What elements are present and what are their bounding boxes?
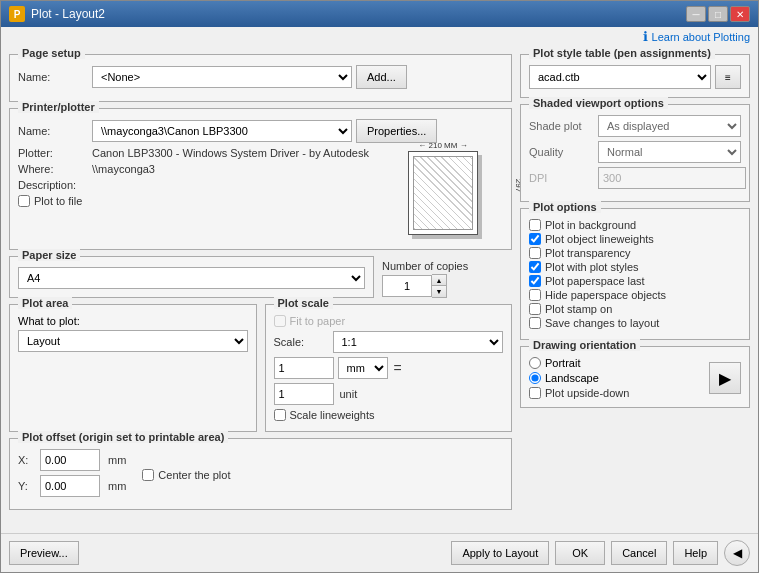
printer-name-row: Name: \\mayconga3\Canon LBP3300 Properti… <box>18 119 503 143</box>
quality-row: Quality Normal <box>529 141 741 163</box>
scale-row: Scale: 1:1 <box>274 331 504 353</box>
portrait-radio[interactable] <box>529 357 541 369</box>
plot-style-table-title: Plot style table (pen assignments) <box>529 47 715 59</box>
back-button[interactable]: ◀ <box>724 540 750 566</box>
x-offset-row: X: 0.00 mm <box>18 449 126 471</box>
upside-down-label: Plot upside-down <box>545 387 629 399</box>
maximize-button[interactable]: □ <box>708 6 728 22</box>
scale-select[interactable]: 1:1 <box>333 331 504 353</box>
shade-plot-row: Shade plot As displayed <box>529 115 741 137</box>
hide-paperspace-label: Hide paperspace objects <box>545 289 666 301</box>
drawing-orientation-section: Drawing orientation Portrait Landscape <box>520 346 750 408</box>
paperspace-last-checkbox[interactable] <box>529 275 541 287</box>
printer-name-label: Name: <box>18 125 88 137</box>
plot-transparency-checkbox[interactable] <box>529 247 541 259</box>
y-input[interactable]: 0.00 <box>40 475 100 497</box>
main-window: P Plot - Layout2 ─ □ ✕ ℹ Learn about Plo… <box>0 0 759 573</box>
dpi-label: DPI <box>529 172 594 184</box>
plot-style-table-section: Plot style table (pen assignments) acad.… <box>520 54 750 98</box>
help-button[interactable]: Help <box>673 541 718 565</box>
save-changes-label: Save changes to layout <box>545 317 659 329</box>
plot-stamp-checkbox[interactable] <box>529 303 541 315</box>
scale-value1[interactable]: 1 <box>274 357 334 379</box>
edit-style-button[interactable]: ≡ <box>715 65 741 89</box>
main-content: Page setup Name: <None> Add... Printer/p… <box>1 46 758 533</box>
plot-to-file-checkbox[interactable] <box>18 195 30 207</box>
paper-size-select[interactable]: A4 <box>18 267 365 289</box>
x-label: X: <box>18 454 34 466</box>
preview-button[interactable]: Preview... <box>9 541 79 565</box>
quality-label: Quality <box>529 146 594 158</box>
copies-down-button[interactable]: ▼ <box>432 286 446 297</box>
page-setup-section: Page setup Name: <None> Add... <box>9 54 512 102</box>
paper-size-title: Paper size <box>18 249 80 261</box>
save-changes-checkbox[interactable] <box>529 317 541 329</box>
plot-area-title: Plot area <box>18 297 72 309</box>
info-icon: ℹ <box>643 29 648 44</box>
properties-button[interactable]: Properties... <box>356 119 437 143</box>
scale-label: Scale: <box>274 336 329 348</box>
upside-down-checkbox[interactable] <box>529 387 541 399</box>
where-label: Where: <box>18 163 88 175</box>
eq-label: = <box>394 360 402 376</box>
plot-options-title: Plot options <box>529 201 601 213</box>
scale-value2[interactable]: 1 <box>274 383 334 405</box>
landscape-icon-button[interactable]: ▶ <box>709 362 741 394</box>
unit-mm-select[interactable]: mm <box>338 357 388 379</box>
fit-to-paper-row: Fit to paper <box>274 315 504 327</box>
copies-up-button[interactable]: ▲ <box>432 275 446 286</box>
plot-lineweights-checkbox[interactable] <box>529 233 541 245</box>
paper-outer <box>408 151 478 235</box>
ok-button[interactable]: OK <box>555 541 605 565</box>
name-label: Name: <box>18 71 88 83</box>
description-row: Description: <box>18 179 400 191</box>
printer-name-select[interactable]: \\mayconga3\Canon LBP3300 <box>92 120 352 142</box>
scale-unit-row: 1 unit <box>274 383 504 405</box>
where-row: Where: \\mayconga3 <box>18 163 400 175</box>
hide-paperspace-checkbox[interactable] <box>529 289 541 301</box>
shaded-viewport-title: Shaded viewport options <box>529 97 668 109</box>
landscape-radio[interactable] <box>529 372 541 384</box>
paperspace-last-label: Plot paperspace last <box>545 275 645 287</box>
cancel-button[interactable]: Cancel <box>611 541 667 565</box>
plot-to-file-row: Plot to file <box>18 195 400 207</box>
landscape-label: Landscape <box>545 372 599 384</box>
description-label: Description: <box>18 179 88 191</box>
shaded-viewport-section: Shaded viewport options Shade plot As di… <box>520 104 750 202</box>
opt-paperspace-last: Plot paperspace last <box>529 275 741 287</box>
quality-select[interactable]: Normal <box>598 141 741 163</box>
drawing-orientation-title: Drawing orientation <box>529 339 640 351</box>
close-button[interactable]: ✕ <box>730 6 750 22</box>
plot-scale-title: Plot scale <box>274 297 333 309</box>
scale-lineweights-label: Scale lineweights <box>290 409 375 421</box>
center-plot-checkbox[interactable] <box>142 469 154 481</box>
what-to-plot-select[interactable]: Layout <box>18 330 248 352</box>
learn-about-plotting-link[interactable]: Learn about Plotting <box>652 31 750 43</box>
plot-background-checkbox[interactable] <box>529 219 541 231</box>
copies-label: Number of copies <box>382 260 512 272</box>
opt-save-changes: Save changes to layout <box>529 317 741 329</box>
y-label: Y: <box>18 480 34 492</box>
add-button[interactable]: Add... <box>356 65 407 89</box>
plot-lineweights-label: Plot object lineweights <box>545 233 654 245</box>
page-setup-name-select[interactable]: <None> <box>92 66 352 88</box>
portrait-label: Portrait <box>545 357 580 369</box>
plot-style-select[interactable]: acad.ctb <box>529 65 711 89</box>
shade-plot-select[interactable]: As displayed <box>598 115 741 137</box>
plot-styles-label: Plot with plot styles <box>545 261 639 273</box>
fit-to-paper-checkbox[interactable] <box>274 315 286 327</box>
copies-input[interactable]: 1 <box>382 275 432 297</box>
plotter-label: Plotter: <box>18 147 88 159</box>
plot-styles-checkbox[interactable] <box>529 261 541 273</box>
copies-spinner: ▲ ▼ <box>432 274 447 298</box>
scale-lineweights-checkbox[interactable] <box>274 409 286 421</box>
paper-dim-top: ← 210 MM → <box>408 141 478 150</box>
apply-to-layout-button[interactable]: Apply to Layout <box>451 541 549 565</box>
plot-area-scale-row: Plot area What to plot: Layout Plot scal… <box>9 304 512 432</box>
paper-preview: ← 210 MM → 297 <box>408 151 503 241</box>
minimize-button[interactable]: ─ <box>686 6 706 22</box>
paper-copies-row: Paper size A4 Number of copies 1 ▲ ▼ <box>9 256 512 298</box>
plot-background-label: Plot in background <box>545 219 636 231</box>
opt-hide-paperspace: Hide paperspace objects <box>529 289 741 301</box>
x-input[interactable]: 0.00 <box>40 449 100 471</box>
